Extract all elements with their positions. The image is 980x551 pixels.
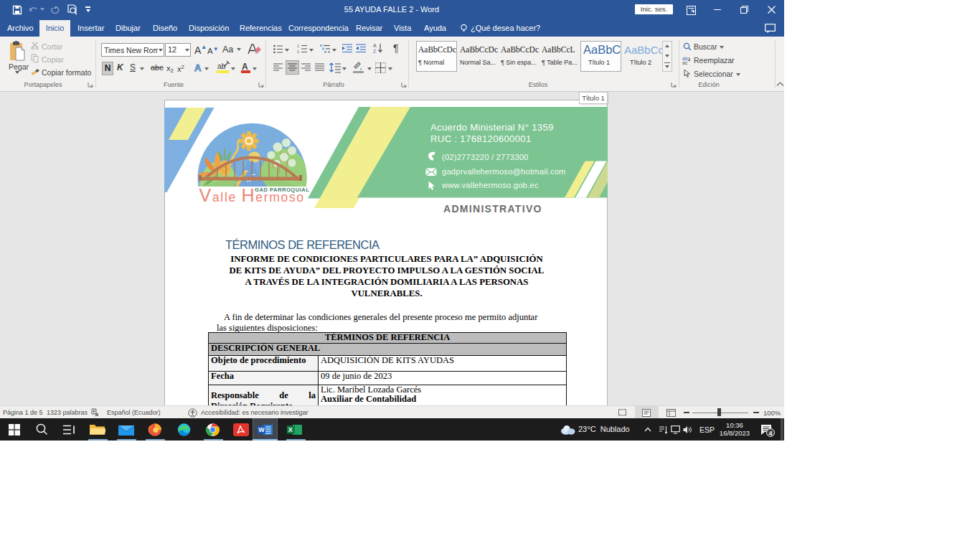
svg-text:X: X (288, 426, 293, 433)
svg-text:Acuerdo Ministerial N° 1359: Acuerdo Ministerial N° 1359 (430, 122, 554, 133)
svg-text:4: 4 (769, 430, 773, 437)
svg-text:gadprvallehermoso@hotmail.com: gadprvallehermoso@hotmail.com (442, 167, 566, 176)
svg-text:RUC : 1768120600001: RUC : 1768120600001 (430, 133, 532, 144)
svg-text:2: 2 (297, 50, 299, 54)
svg-text:W: W (258, 426, 265, 433)
svg-text:Z: Z (373, 49, 377, 54)
svg-text:ac: ac (682, 60, 688, 65)
svg-text:www.vallehermoso.gob.ec: www.vallehermoso.gob.ec (441, 181, 539, 189)
svg-text:(02)2773220 / 2773300: (02)2773220 / 2773300 (442, 153, 529, 161)
svg-text:1: 1 (297, 44, 299, 48)
svg-text:A: A (373, 43, 377, 48)
